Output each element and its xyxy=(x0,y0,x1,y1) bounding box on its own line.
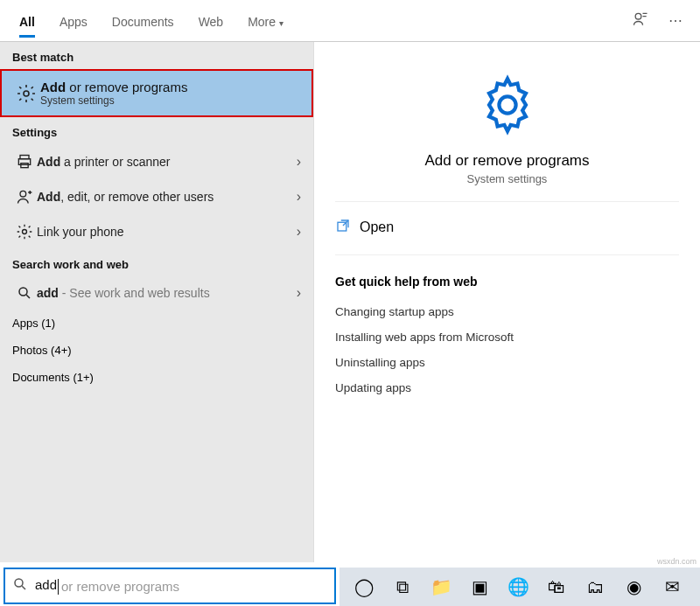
open-label: Open xyxy=(360,219,394,235)
settings-item-add-printer[interactable]: Add a printer or scanner › xyxy=(0,144,313,179)
feedback-icon[interactable] xyxy=(623,10,658,31)
svg-point-1 xyxy=(24,91,29,96)
tab-apps[interactable]: Apps xyxy=(47,4,100,38)
help-item[interactable]: Uninstalling apps xyxy=(335,350,679,375)
tab-documents[interactable]: Documents xyxy=(100,4,186,38)
watermark: wsxdn.com xyxy=(657,557,696,566)
settings-item-link-phone[interactable]: Link your phone › xyxy=(0,214,313,249)
tab-all[interactable]: All xyxy=(7,4,47,38)
preview-pane: Add or remove programs System settings O… xyxy=(313,42,700,562)
explorer-icon[interactable]: 📁 xyxy=(427,573,455,601)
open-icon xyxy=(335,218,351,237)
svg-point-7 xyxy=(19,288,27,296)
results-pane: Best match Add or remove programs System… xyxy=(0,42,313,562)
chevron-right-icon: › xyxy=(297,224,301,240)
svg-point-10 xyxy=(15,579,23,587)
preview-subtitle: System settings xyxy=(335,172,679,185)
help-item[interactable]: Installing web apps from Microsoft xyxy=(335,324,679,350)
more-icon[interactable]: ⋯ xyxy=(658,12,693,29)
settings-header: Settings xyxy=(0,117,313,144)
chevron-right-icon: › xyxy=(297,154,301,170)
search-placeholder: or remove programs xyxy=(61,579,179,594)
search-value: add xyxy=(35,577,59,594)
taskbar: ◯ ⧉ 📁 ▣ 🌐 🛍 🗂 ◉ ✉ xyxy=(340,568,700,606)
svg-point-0 xyxy=(635,13,641,19)
cortana-icon[interactable]: ◯ xyxy=(350,573,378,601)
chevron-right-icon: › xyxy=(297,285,301,301)
settings-item-add-users[interactable]: Add, edit, or remove other users › xyxy=(0,179,313,214)
documents-count[interactable]: Documents (1+) xyxy=(0,364,313,391)
quick-help-header: Get quick help from web xyxy=(335,275,679,289)
printer-icon xyxy=(12,153,37,171)
mail-icon[interactable]: ✉ xyxy=(658,573,686,601)
preview-hero: Add or remove programs System settings xyxy=(335,59,679,202)
best-match-title: Add or remove programs xyxy=(40,80,301,94)
tab-web[interactable]: Web xyxy=(186,4,236,38)
apps-count[interactable]: Apps (1) xyxy=(0,310,313,337)
search-icon xyxy=(12,285,37,301)
help-item[interactable]: Changing startup apps xyxy=(335,299,679,324)
search-input[interactable]: add or remove programs xyxy=(4,568,336,604)
search-web-header: Search work and web xyxy=(0,249,313,276)
gear-icon xyxy=(12,83,40,104)
help-item[interactable]: Updating apps xyxy=(335,375,679,401)
svg-rect-4 xyxy=(21,164,28,168)
best-match-subtitle: System settings xyxy=(40,94,301,107)
preview-title: Add or remove programs xyxy=(335,152,679,170)
gear-icon xyxy=(476,73,539,136)
svg-point-8 xyxy=(499,96,515,113)
files-icon[interactable]: 🗂 xyxy=(581,573,609,601)
search-icon xyxy=(12,576,28,596)
open-action[interactable]: Open xyxy=(335,202,679,255)
tabs-bar: All Apps Documents Web More▾ ⋯ xyxy=(0,0,700,42)
person-icon xyxy=(12,188,37,205)
chevron-down-icon: ▾ xyxy=(279,18,284,28)
app-icon[interactable]: ▣ xyxy=(466,573,494,601)
chrome-icon[interactable]: ◉ xyxy=(620,573,648,601)
store-icon[interactable]: 🛍 xyxy=(542,573,570,601)
chevron-right-icon: › xyxy=(297,189,301,205)
gear-icon xyxy=(12,223,37,240)
best-match-item[interactable]: Add or remove programs System settings xyxy=(0,69,313,117)
photos-count[interactable]: Photos (4+) xyxy=(0,337,313,364)
svg-point-5 xyxy=(20,191,26,197)
search-web-item[interactable]: add - See work and web results › xyxy=(0,276,313,310)
best-match-header: Best match xyxy=(0,42,313,69)
edge-icon[interactable]: 🌐 xyxy=(504,573,532,601)
tab-more[interactable]: More▾ xyxy=(235,4,296,38)
svg-point-6 xyxy=(23,230,27,234)
taskview-icon[interactable]: ⧉ xyxy=(388,573,416,601)
